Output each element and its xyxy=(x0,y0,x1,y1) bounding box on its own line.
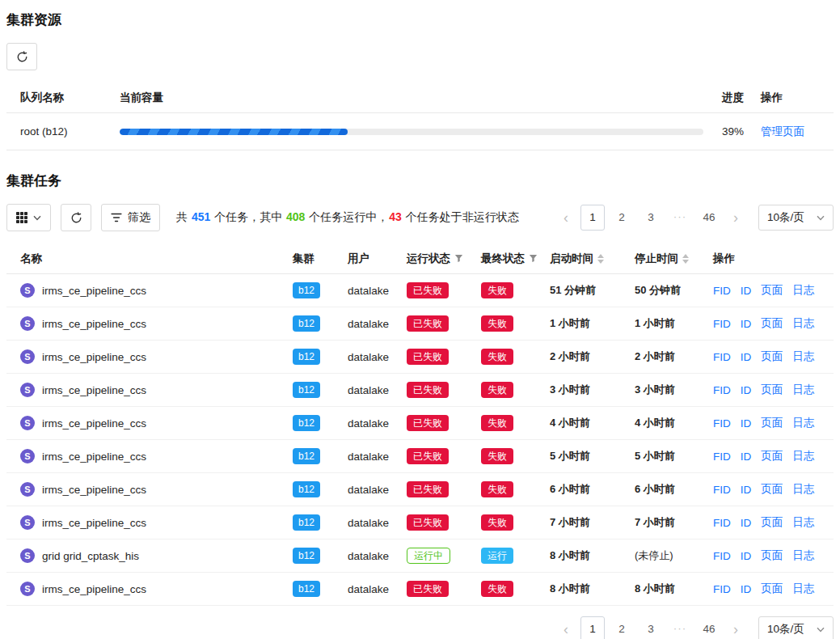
page-button-2[interactable]: 2 xyxy=(610,616,634,639)
filter-button[interactable]: 筛选 xyxy=(101,204,160,231)
action-link-log[interactable]: 日志 xyxy=(792,383,814,397)
action-link-id[interactable]: ID xyxy=(741,318,752,330)
action-link-fid[interactable]: FID xyxy=(713,318,731,330)
action-link-id[interactable]: ID xyxy=(741,550,752,562)
action-link-page[interactable]: 页面 xyxy=(761,482,783,497)
action-link-page[interactable]: 页面 xyxy=(761,349,783,364)
start-time: 1 小时前 xyxy=(550,316,635,331)
action-link-log[interactable]: 日志 xyxy=(792,515,814,530)
action-link-page[interactable]: 页面 xyxy=(761,283,783,298)
filter-icon[interactable] xyxy=(529,254,538,263)
next-page-button[interactable]: › xyxy=(726,616,745,639)
tasks-toolbar: 筛选 共 451 个任务，其中 408 个任务运行中，43 个任务处于非运行状态… xyxy=(6,204,834,231)
cluster-cell: b12 xyxy=(293,514,348,531)
action-link-log[interactable]: 日志 xyxy=(792,482,814,497)
action-link-id[interactable]: ID xyxy=(741,451,752,463)
action-link-page[interactable]: 页面 xyxy=(761,582,783,596)
next-page-button[interactable]: › xyxy=(726,205,745,231)
page-size-select[interactable]: 10条/页 xyxy=(758,616,834,639)
action-link-id[interactable]: ID xyxy=(741,484,752,496)
stop-time: 7 小时前 xyxy=(635,515,713,530)
run-status-badge: 已失败 xyxy=(407,282,449,298)
manage-page-link[interactable]: 管理页面 xyxy=(761,125,804,138)
action-link-id[interactable]: ID xyxy=(741,384,752,396)
action-link-log[interactable]: 日志 xyxy=(792,283,814,298)
final-status-cell: 失败 xyxy=(481,448,550,464)
page-button-46[interactable]: 46 xyxy=(697,205,721,231)
start-time: 3 小时前 xyxy=(550,383,635,397)
action-link-page[interactable]: 页面 xyxy=(761,383,783,397)
page-button-1[interactable]: 1 xyxy=(580,205,605,231)
refresh-resources-button[interactable] xyxy=(6,43,37,70)
action-link-id[interactable]: ID xyxy=(741,517,752,529)
prev-page-button[interactable]: ‹ xyxy=(556,205,576,231)
action-link-log[interactable]: 日志 xyxy=(792,548,814,563)
action-link-log[interactable]: 日志 xyxy=(792,582,814,596)
action-link-id[interactable]: ID xyxy=(741,351,752,363)
bottom-pagination-bar: ‹ 1 2 3 ··· 46 › 10条/页 xyxy=(6,616,834,639)
action-link-log[interactable]: 日志 xyxy=(792,349,814,364)
action-link-log[interactable]: 日志 xyxy=(792,449,814,463)
action-link-fid[interactable]: FID xyxy=(713,351,731,363)
page-button-46[interactable]: 46 xyxy=(697,616,721,639)
task-name-cell: S irms_ce_pipeline_ccs xyxy=(6,482,293,497)
task-user: datalake xyxy=(348,351,407,363)
page-ellipsis[interactable]: ··· xyxy=(668,616,692,639)
task-row: S irms_ce_pipeline_ccs b12 datalake 已失败 … xyxy=(6,341,834,374)
cluster-badge: b12 xyxy=(293,481,320,497)
action-link-id[interactable]: ID xyxy=(741,285,752,297)
action-link-page[interactable]: 页面 xyxy=(761,316,783,331)
page-ellipsis[interactable]: ··· xyxy=(668,205,692,231)
summary-text: 共 xyxy=(176,210,191,223)
action-link-fid[interactable]: FID xyxy=(713,484,731,496)
task-row: S irms_ce_pipeline_ccs b12 datalake 已失败 … xyxy=(6,506,834,540)
page-button-1[interactable]: 1 xyxy=(580,616,605,639)
action-link-page[interactable]: 页面 xyxy=(761,416,783,430)
task-name-cell: S irms_ce_pipeline_ccs xyxy=(6,349,293,364)
action-link-fid[interactable]: FID xyxy=(713,583,731,595)
sort-icon[interactable] xyxy=(682,254,689,264)
final-status-badge: 失败 xyxy=(481,581,513,597)
pagination-bottom: ‹ 1 2 3 ··· 46 › 10条/页 xyxy=(556,616,834,639)
page-button-3[interactable]: 3 xyxy=(639,205,663,231)
action-link-fid[interactable]: FID xyxy=(713,517,731,529)
filter-icon[interactable] xyxy=(454,254,463,263)
prev-page-button[interactable]: ‹ xyxy=(556,616,576,639)
final-status-cell: 失败 xyxy=(481,349,550,365)
run-status-cell: 已失败 xyxy=(407,581,481,597)
final-status-badge: 失败 xyxy=(481,415,513,431)
stop-time: 3 小时前 xyxy=(635,383,713,397)
action-link-id[interactable]: ID xyxy=(741,583,752,595)
task-user: datalake xyxy=(348,318,407,330)
page-button-3[interactable]: 3 xyxy=(639,616,663,639)
spark-avatar-icon: S xyxy=(20,416,35,430)
action-link-fid[interactable]: FID xyxy=(713,417,731,430)
action-link-fid[interactable]: FID xyxy=(713,285,731,297)
sort-icon[interactable] xyxy=(597,254,604,264)
cluster-cell: b12 xyxy=(293,548,348,564)
action-link-page[interactable]: 页面 xyxy=(761,449,783,463)
layout-menu-button[interactable] xyxy=(6,204,51,231)
filter-button-label: 筛选 xyxy=(128,210,150,225)
refresh-tasks-button[interactable] xyxy=(61,204,91,231)
action-link-fid[interactable]: FID xyxy=(713,550,731,562)
action-link-fid[interactable]: FID xyxy=(713,451,731,463)
page-button-2[interactable]: 2 xyxy=(610,205,634,231)
chevron-down-icon xyxy=(33,215,41,221)
action-link-id[interactable]: ID xyxy=(741,417,752,430)
task-name: irms_ce_pipeline_ccs xyxy=(42,517,146,529)
resources-toolbar xyxy=(6,43,834,70)
start-time: 2 小时前 xyxy=(550,349,635,364)
start-time: 7 小时前 xyxy=(550,515,635,530)
tasks-table: 名称 集群 用户 运行状态 最终状态 启动时间 停止时间 操作 S xyxy=(6,243,834,606)
page-size-select[interactable]: 10条/页 xyxy=(758,205,834,231)
stop-time: 2 小时前 xyxy=(635,349,713,364)
column-header-progress: 进度 xyxy=(722,91,761,105)
tasks-table-body: S irms_ce_pipeline_ccs b12 datalake 已失败 … xyxy=(6,274,834,606)
action-link-log[interactable]: 日志 xyxy=(792,416,814,430)
action-link-log[interactable]: 日志 xyxy=(792,316,814,331)
task-user: datalake xyxy=(348,451,407,463)
action-link-page[interactable]: 页面 xyxy=(761,515,783,530)
action-link-page[interactable]: 页面 xyxy=(761,548,783,563)
action-link-fid[interactable]: FID xyxy=(713,384,731,396)
